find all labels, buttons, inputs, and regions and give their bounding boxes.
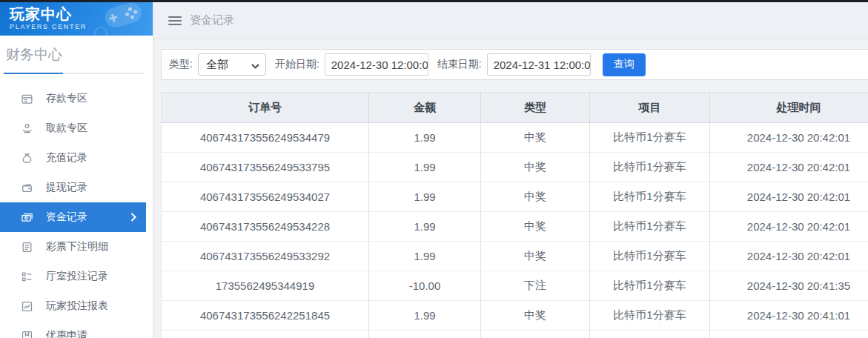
chart-report-icon bbox=[21, 300, 33, 313]
cell-process-time: 2024-12-30 20:42:01 bbox=[710, 182, 868, 212]
wallet-icon bbox=[21, 182, 33, 194]
coupon-icon bbox=[21, 330, 33, 338]
cell-amount: 1.99 bbox=[369, 301, 481, 331]
cell-order-no: 406743173556249534027 bbox=[162, 182, 369, 212]
sidebar-item-label: 厅室投注记录 bbox=[46, 270, 108, 283]
cell-process-time: 2024-12-30 20:42:01 bbox=[710, 153, 868, 182]
brand-header: 玩家中心 PLAYERS CENTER bbox=[0, 2, 153, 36]
cell-type: 中奖 bbox=[481, 212, 590, 242]
topbar: 资金记录 bbox=[153, 2, 868, 39]
table-row: 406743173556249534027 1.99 中奖 比特币1分赛车 20… bbox=[162, 182, 868, 212]
start-date-input[interactable] bbox=[325, 53, 428, 76]
end-date-label: 结束日期: bbox=[437, 58, 482, 71]
sidebar-item-withdrawal-records[interactable]: 提现记录 bbox=[0, 173, 153, 202]
withdraw-hand-icon bbox=[21, 122, 33, 135]
sidebar-item-player-bet-report[interactable]: 玩家投注报表 bbox=[0, 291, 153, 321]
hamburger-icon[interactable] bbox=[168, 16, 182, 25]
cell-order-no: 406743173556242251845 bbox=[162, 301, 369, 331]
table-row: 1735562495344919 -10.00 下注 比特币1分赛车 2024-… bbox=[162, 271, 868, 301]
sidebar-menu: 存款专区 取款专区 bbox=[0, 84, 153, 338]
cell-order-no bbox=[162, 331, 369, 338]
cell-project bbox=[590, 331, 710, 338]
content: 类型: 全部 开始日期: 结束日期: 查询 bbox=[153, 39, 868, 338]
end-date-input[interactable] bbox=[487, 53, 591, 76]
col-header-process-time: 处理时间 bbox=[710, 93, 868, 123]
sidebar-item-label: 提现记录 bbox=[46, 181, 87, 194]
col-header-type: 类型 bbox=[481, 93, 590, 123]
table-row: 406743173556249533795 1.99 中奖 比特币1分赛车 20… bbox=[162, 153, 868, 182]
banknotes-icon bbox=[21, 211, 33, 224]
type-select-value: 全部 bbox=[206, 58, 228, 72]
col-header-project: 项目 bbox=[590, 93, 710, 123]
cell-amount: 1.99 bbox=[369, 212, 481, 242]
table-row bbox=[162, 331, 868, 338]
gamepad-icon bbox=[93, 2, 151, 36]
sidebar: 玩家中心 PLAYERS CENTER bbox=[0, 2, 153, 338]
cell-type: 下注 bbox=[481, 271, 590, 301]
chevron-right-icon bbox=[130, 212, 136, 224]
sidebar-item-label: 玩家投注报表 bbox=[46, 299, 108, 313]
sidebar-item-recharge-records[interactable]: 充值记录 bbox=[0, 143, 153, 173]
cell-process-time bbox=[710, 331, 868, 338]
cell-process-time: 2024-12-30 20:41:01 bbox=[710, 301, 868, 331]
cell-order-no: 406743173556249534228 bbox=[162, 212, 369, 242]
sidebar-item-funds-records[interactable]: 资金记录 bbox=[0, 202, 146, 232]
cell-order-no: 406743173556249533292 bbox=[162, 242, 369, 271]
table-row: 406743173556249534228 1.99 中奖 比特币1分赛车 20… bbox=[162, 212, 868, 242]
cell-process-time: 2024-12-30 20:41:35 bbox=[710, 271, 868, 301]
cell-amount: 1.99 bbox=[369, 153, 481, 182]
col-header-amount: 金额 bbox=[369, 93, 481, 123]
cell-order-no: 406743173556249534479 bbox=[162, 123, 369, 153]
sidebar-item-label: 资金记录 bbox=[46, 211, 87, 224]
sidebar-item-label: 优惠申请 bbox=[46, 329, 87, 338]
cell-type: 中奖 bbox=[481, 123, 590, 153]
sidebar-item-label: 彩票下注明细 bbox=[46, 240, 108, 254]
type-label: 类型: bbox=[169, 58, 193, 71]
sidebar-item-hall-bet-records[interactable]: 厅室投注记录 bbox=[0, 262, 153, 291]
cell-amount: -10.00 bbox=[369, 271, 481, 301]
cell-project: 比特币1分赛车 bbox=[590, 301, 710, 331]
cell-process-time: 2024-12-30 20:42:01 bbox=[710, 242, 868, 271]
chevron-down-icon bbox=[251, 59, 259, 71]
cell-project: 比特币1分赛车 bbox=[590, 182, 710, 212]
records-table: 订单号 金额 类型 项目 处理时间 406743173556249534479 … bbox=[161, 92, 868, 338]
sidebar-item-promo-application[interactable]: 优惠申请 bbox=[0, 321, 153, 338]
deposit-card-icon bbox=[21, 93, 33, 105]
cell-type: 中奖 bbox=[481, 182, 590, 212]
cell-project: 比特币1分赛车 bbox=[590, 212, 710, 242]
cell-type: 中奖 bbox=[481, 242, 590, 271]
cell-amount: 1.99 bbox=[369, 123, 481, 153]
cell-order-no: 1735562495344919 bbox=[162, 271, 369, 301]
cell-amount bbox=[369, 331, 481, 338]
col-header-order-no: 订单号 bbox=[162, 93, 369, 123]
cell-project: 比特币1分赛车 bbox=[590, 271, 710, 301]
sidebar-item-lottery-bet-details[interactable]: 彩票下注明细 bbox=[0, 232, 153, 262]
start-date-label: 开始日期: bbox=[275, 58, 319, 71]
table-header-row: 订单号 金额 类型 项目 处理时间 bbox=[162, 93, 868, 123]
cell-project: 比特币1分赛车 bbox=[590, 153, 710, 182]
cell-project: 比特币1分赛车 bbox=[590, 242, 710, 271]
document-list-icon bbox=[21, 241, 33, 254]
sidebar-item-withdraw-zone[interactable]: 取款专区 bbox=[0, 113, 153, 143]
cell-amount: 1.99 bbox=[369, 182, 481, 212]
cell-type: 中奖 bbox=[481, 153, 590, 182]
moneybag-icon bbox=[21, 152, 33, 165]
cell-amount: 1.99 bbox=[369, 242, 481, 271]
cell-process-time: 2024-12-30 20:42:01 bbox=[710, 212, 868, 242]
filter-panel: 类型: 全部 开始日期: 结束日期: 查询 bbox=[161, 49, 868, 80]
section-title-finance-center: 财务中心 bbox=[0, 36, 153, 73]
sidebar-item-label: 存款专区 bbox=[46, 92, 87, 105]
cell-process-time: 2024-12-30 20:42:01 bbox=[710, 123, 868, 153]
page: 玩家中心 PLAYERS CENTER bbox=[0, 0, 868, 338]
main-area: 资金记录 类型: 全部 开始日期: 结束日期: 查询 bbox=[153, 2, 868, 338]
list-check-icon bbox=[21, 271, 33, 283]
section-divider bbox=[4, 73, 144, 74]
records-table-wrap: 订单号 金额 类型 项目 处理时间 406743173556249534479 … bbox=[161, 92, 868, 338]
type-select[interactable]: 全部 bbox=[198, 53, 266, 76]
search-button[interactable]: 查询 bbox=[603, 53, 646, 76]
cell-type: 中奖 bbox=[481, 301, 590, 331]
table-row: 406743173556242251845 1.99 中奖 比特币1分赛车 20… bbox=[162, 301, 868, 331]
sidebar-item-label: 取款专区 bbox=[46, 122, 87, 135]
sidebar-item-deposit-zone[interactable]: 存款专区 bbox=[0, 84, 153, 113]
sidebar-item-label: 充值记录 bbox=[46, 151, 87, 165]
